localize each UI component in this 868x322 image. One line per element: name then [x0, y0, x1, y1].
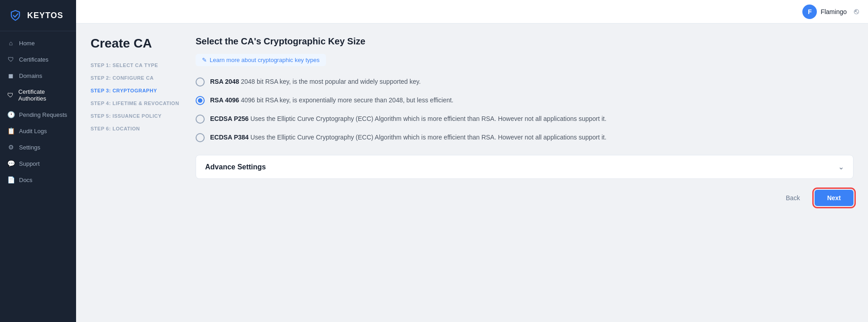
sidebar-item-domains-label: Domains	[19, 72, 42, 79]
ca-icon: 🛡	[7, 91, 14, 99]
logout-icon[interactable]: ⎋	[854, 7, 859, 16]
radio-rsa4096-name: RSA 4096	[210, 96, 239, 104]
sidebar-item-audit-label: Audit Logs	[19, 128, 47, 135]
user-info[interactable]: F Flamingo	[802, 5, 847, 19]
next-button[interactable]: Next	[815, 190, 854, 206]
radio-rsa4096-desc-text: 4096 bit RSA key, is exponentially more …	[241, 96, 454, 104]
sidebar-item-ca-label: Certificate Authorities	[19, 88, 69, 102]
sidebar-item-certificates-label: Certificates	[19, 56, 48, 63]
radio-option-ecdsap384[interactable]: ECDSA P384 Uses the Elliptic Curve Crypt…	[196, 133, 854, 142]
advance-settings: Advance Settings ⌄	[196, 155, 854, 179]
sidebar-item-support-label: Support	[19, 160, 40, 167]
sidebar-item-settings-label: Settings	[19, 144, 40, 151]
info-link[interactable]: ✎ Learn more about cryptographic key typ…	[196, 54, 326, 66]
steps-list: Step 1: Select CA Type Step 2: Configure…	[91, 60, 181, 134]
sidebar-item-home-label: Home	[19, 40, 35, 47]
radio-ecdsap256-name: ECDSA P256	[210, 115, 249, 122]
sidebar-item-audit-logs[interactable]: 📋 Audit Logs	[0, 123, 76, 139]
sidebar-item-pending-requests[interactable]: 🕐 Pending Requests	[0, 106, 76, 123]
radio-rsa2048[interactable]	[196, 77, 205, 87]
content: Create CA Step 1: Select CA Type Step 2:…	[76, 24, 868, 322]
sidebar-item-domains[interactable]: ◼ Domains	[0, 67, 76, 84]
step-1: Step 1: Select CA Type	[91, 60, 181, 71]
sidebar-item-docs[interactable]: 📄 Docs	[0, 172, 76, 188]
radio-options: RSA 2048 2048 bit RSA key, is the most p…	[196, 77, 854, 142]
left-panel: Create CA Step 1: Select CA Type Step 2:…	[91, 36, 181, 309]
sidebar-item-home[interactable]: ⌂ Home	[0, 35, 76, 51]
back-button[interactable]: Back	[779, 191, 807, 205]
logo-text: KEYTOS	[27, 11, 63, 20]
avatar: F	[802, 5, 817, 19]
sidebar-item-support[interactable]: 💬 Support	[0, 155, 76, 172]
audit-icon: 📋	[7, 127, 14, 135]
support-icon: 💬	[7, 160, 14, 167]
sidebar: KEYTOS ⌂ Home 🛡 Certificates ◼ Domains 🛡…	[0, 0, 76, 322]
info-link-text: Learn more about cryptographic key types	[210, 57, 320, 63]
right-panel: Select the CA's Cryptographic Key Size ✎…	[196, 36, 854, 309]
header: F Flamingo ⎋	[76, 0, 868, 24]
sidebar-item-certificate-authorities[interactable]: 🛡 Certificate Authorities	[0, 84, 76, 106]
sidebar-item-certificates[interactable]: 🛡 Certificates	[0, 51, 76, 67]
main-wrapper: F Flamingo ⎋ Create CA Step 1: Select CA…	[76, 0, 868, 322]
step-3: Step 3: Cryptography	[91, 85, 181, 96]
radio-rsa2048-label: RSA 2048 2048 bit RSA key, is the most p…	[210, 77, 421, 87]
advance-settings-header[interactable]: Advance Settings ⌄	[196, 155, 853, 178]
sidebar-nav: ⌂ Home 🛡 Certificates ◼ Domains 🛡 Certif…	[0, 31, 76, 322]
radio-option-ecdsap256[interactable]: ECDSA P256 Uses the Elliptic Curve Crypt…	[196, 114, 854, 124]
external-link-icon: ✎	[202, 57, 207, 63]
pending-icon: 🕐	[7, 111, 14, 118]
radio-ecdsap256[interactable]	[196, 115, 205, 124]
radio-rsa2048-name: RSA 2048	[210, 78, 239, 85]
certificates-icon: 🛡	[7, 56, 14, 63]
radio-ecdsap384[interactable]	[196, 133, 205, 142]
user-name: Flamingo	[820, 8, 847, 15]
step-5: Step 5: Issuance Policy	[91, 111, 181, 121]
step-2: Step 2: Configure CA	[91, 72, 181, 83]
radio-ecdsap256-label: ECDSA P256 Uses the Elliptic Curve Crypt…	[210, 114, 606, 124]
radio-ecdsap384-name: ECDSA P384	[210, 134, 249, 141]
radio-ecdsap384-desc-text: Uses the Elliptic Curve Cryptography (EC…	[250, 134, 606, 141]
logo: KEYTOS	[0, 0, 76, 31]
docs-icon: 📄	[7, 176, 14, 183]
page-title: Create CA	[91, 36, 181, 51]
sidebar-item-pending-label: Pending Requests	[19, 111, 67, 118]
section-title: Select the CA's Cryptographic Key Size	[196, 36, 854, 47]
sidebar-item-settings[interactable]: ⚙ Settings	[0, 139, 76, 155]
home-icon: ⌂	[7, 39, 14, 47]
radio-ecdsap256-desc-text: Uses the Elliptic Curve Cryptography (EC…	[250, 115, 606, 122]
svg-rect-0	[7, 7, 24, 24]
settings-icon: ⚙	[7, 144, 14, 151]
advance-settings-title: Advance Settings	[205, 163, 266, 171]
radio-rsa4096[interactable]	[196, 96, 205, 105]
radio-ecdsap384-label: ECDSA P384 Uses the Elliptic Curve Crypt…	[210, 133, 606, 142]
chevron-down-icon: ⌄	[838, 163, 844, 171]
footer-buttons: Back Next	[196, 190, 854, 206]
step-6: Step 6: Location	[91, 123, 181, 134]
keytos-logo-icon	[7, 7, 24, 24]
step-4: Step 4: Lifetime & Revocation	[91, 98, 181, 109]
domains-icon: ◼	[7, 72, 14, 79]
radio-option-rsa2048[interactable]: RSA 2048 2048 bit RSA key, is the most p…	[196, 77, 854, 87]
sidebar-item-docs-label: Docs	[19, 177, 33, 183]
radio-rsa2048-desc-text: 2048 bit RSA key, is the most popular an…	[241, 78, 421, 85]
radio-option-rsa4096[interactable]: RSA 4096 4096 bit RSA key, is exponentia…	[196, 96, 854, 105]
radio-rsa4096-label: RSA 4096 4096 bit RSA key, is exponentia…	[210, 96, 454, 105]
